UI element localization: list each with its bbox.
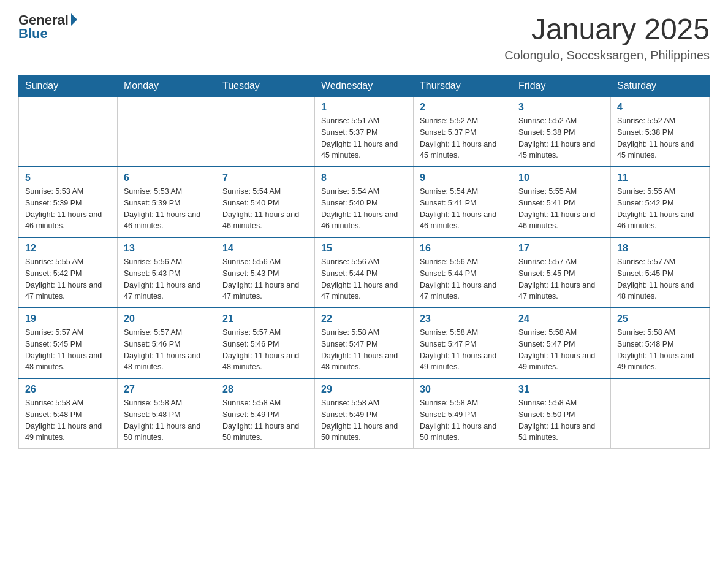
table-row: 25Sunrise: 5:58 AMSunset: 5:48 PMDayligh… — [611, 308, 710, 378]
table-row: 16Sunrise: 5:56 AMSunset: 5:44 PMDayligh… — [414, 237, 512, 308]
table-row: 18Sunrise: 5:57 AMSunset: 5:45 PMDayligh… — [611, 237, 710, 308]
table-row — [19, 97, 118, 167]
header-monday: Monday — [118, 75, 216, 97]
table-row: 20Sunrise: 5:57 AMSunset: 5:46 PMDayligh… — [118, 308, 216, 378]
day-number: 27 — [124, 384, 210, 395]
table-row: 7Sunrise: 5:54 AMSunset: 5:40 PMDaylight… — [216, 167, 315, 237]
day-info: Sunrise: 5:56 AMSunset: 5:43 PMDaylight:… — [124, 256, 210, 302]
day-info: Sunrise: 5:58 AMSunset: 5:47 PMDaylight:… — [420, 327, 506, 373]
day-number: 9 — [420, 172, 506, 183]
table-row: 19Sunrise: 5:57 AMSunset: 5:45 PMDayligh… — [19, 308, 118, 378]
calendar-week-row: 12Sunrise: 5:55 AMSunset: 5:42 PMDayligh… — [19, 237, 710, 308]
day-info: Sunrise: 5:56 AMSunset: 5:44 PMDaylight:… — [321, 256, 407, 302]
header-thursday: Thursday — [414, 75, 512, 97]
day-number: 26 — [25, 384, 111, 395]
calendar-title: January 2025 — [504, 12, 710, 46]
title-section: January 2025 Colongulo, Soccsksargen, Ph… — [504, 12, 710, 63]
day-number: 17 — [518, 243, 604, 254]
table-row: 27Sunrise: 5:58 AMSunset: 5:48 PMDayligh… — [118, 378, 216, 449]
day-info: Sunrise: 5:55 AMSunset: 5:42 PMDaylight:… — [25, 256, 111, 302]
day-info: Sunrise: 5:58 AMSunset: 5:47 PMDaylight:… — [321, 327, 407, 373]
day-info: Sunrise: 5:57 AMSunset: 5:46 PMDaylight:… — [222, 327, 308, 373]
day-number: 6 — [124, 172, 210, 183]
table-row: 3Sunrise: 5:52 AMSunset: 5:38 PMDaylight… — [512, 97, 611, 167]
table-row: 17Sunrise: 5:57 AMSunset: 5:45 PMDayligh… — [512, 237, 611, 308]
calendar-header-row: Sunday Monday Tuesday Wednesday Thursday… — [19, 75, 710, 97]
table-row: 29Sunrise: 5:58 AMSunset: 5:49 PMDayligh… — [315, 378, 414, 449]
table-row: 21Sunrise: 5:57 AMSunset: 5:46 PMDayligh… — [216, 308, 315, 378]
table-row: 5Sunrise: 5:53 AMSunset: 5:39 PMDaylight… — [19, 167, 118, 237]
logo-blue-text: Blue — [18, 26, 48, 42]
page-header: General Blue January 2025 Colongulo, Soc… — [18, 12, 710, 63]
day-number: 30 — [420, 384, 506, 395]
table-row: 28Sunrise: 5:58 AMSunset: 5:49 PMDayligh… — [216, 378, 315, 449]
day-info: Sunrise: 5:58 AMSunset: 5:49 PMDaylight:… — [222, 397, 308, 443]
table-row: 9Sunrise: 5:54 AMSunset: 5:41 PMDaylight… — [414, 167, 512, 237]
table-row: 4Sunrise: 5:52 AMSunset: 5:38 PMDaylight… — [611, 97, 710, 167]
day-info: Sunrise: 5:58 AMSunset: 5:49 PMDaylight:… — [321, 397, 407, 443]
day-number: 20 — [124, 313, 210, 324]
day-info: Sunrise: 5:54 AMSunset: 5:40 PMDaylight:… — [222, 186, 308, 232]
calendar-week-row: 5Sunrise: 5:53 AMSunset: 5:39 PMDaylight… — [19, 167, 710, 237]
day-number: 7 — [222, 172, 308, 183]
calendar-subtitle: Colongulo, Soccsksargen, Philippines — [504, 48, 710, 63]
day-info: Sunrise: 5:52 AMSunset: 5:38 PMDaylight:… — [617, 115, 703, 161]
day-info: Sunrise: 5:51 AMSunset: 5:37 PMDaylight:… — [321, 115, 407, 161]
day-info: Sunrise: 5:57 AMSunset: 5:45 PMDaylight:… — [25, 327, 111, 373]
day-number: 2 — [420, 102, 506, 113]
table-row: 14Sunrise: 5:56 AMSunset: 5:43 PMDayligh… — [216, 237, 315, 308]
day-info: Sunrise: 5:53 AMSunset: 5:39 PMDaylight:… — [25, 186, 111, 232]
day-number: 8 — [321, 172, 407, 183]
table-row: 26Sunrise: 5:58 AMSunset: 5:48 PMDayligh… — [19, 378, 118, 449]
table-row: 13Sunrise: 5:56 AMSunset: 5:43 PMDayligh… — [118, 237, 216, 308]
table-row: 12Sunrise: 5:55 AMSunset: 5:42 PMDayligh… — [19, 237, 118, 308]
day-number: 15 — [321, 243, 407, 254]
day-number: 19 — [25, 313, 111, 324]
table-row: 10Sunrise: 5:55 AMSunset: 5:41 PMDayligh… — [512, 167, 611, 237]
day-number: 14 — [222, 243, 308, 254]
day-info: Sunrise: 5:58 AMSunset: 5:48 PMDaylight:… — [617, 327, 703, 373]
day-info: Sunrise: 5:52 AMSunset: 5:38 PMDaylight:… — [518, 115, 604, 161]
day-number: 22 — [321, 313, 407, 324]
table-row: 24Sunrise: 5:58 AMSunset: 5:47 PMDayligh… — [512, 308, 611, 378]
day-number: 23 — [420, 313, 506, 324]
day-info: Sunrise: 5:58 AMSunset: 5:48 PMDaylight:… — [124, 397, 210, 443]
table-row — [611, 378, 710, 449]
table-row: 22Sunrise: 5:58 AMSunset: 5:47 PMDayligh… — [315, 308, 414, 378]
day-number: 31 — [518, 384, 604, 395]
header-saturday: Saturday — [611, 75, 710, 97]
day-info: Sunrise: 5:53 AMSunset: 5:39 PMDaylight:… — [124, 186, 210, 232]
table-row: 23Sunrise: 5:58 AMSunset: 5:47 PMDayligh… — [414, 308, 512, 378]
calendar-week-row: 26Sunrise: 5:58 AMSunset: 5:48 PMDayligh… — [19, 378, 710, 449]
day-number: 21 — [222, 313, 308, 324]
day-info: Sunrise: 5:57 AMSunset: 5:45 PMDaylight:… — [518, 256, 604, 302]
day-number: 18 — [617, 243, 703, 254]
day-number: 11 — [617, 172, 703, 183]
table-row: 30Sunrise: 5:58 AMSunset: 5:49 PMDayligh… — [414, 378, 512, 449]
day-number: 13 — [124, 243, 210, 254]
day-number: 24 — [518, 313, 604, 324]
day-number: 10 — [518, 172, 604, 183]
day-number: 1 — [321, 102, 407, 113]
table-row: 15Sunrise: 5:56 AMSunset: 5:44 PMDayligh… — [315, 237, 414, 308]
day-info: Sunrise: 5:56 AMSunset: 5:43 PMDaylight:… — [222, 256, 308, 302]
day-info: Sunrise: 5:58 AMSunset: 5:48 PMDaylight:… — [25, 397, 111, 443]
day-number: 28 — [222, 384, 308, 395]
table-row: 1Sunrise: 5:51 AMSunset: 5:37 PMDaylight… — [315, 97, 414, 167]
logo: General Blue — [18, 12, 77, 42]
logo-arrow-icon — [71, 13, 77, 26]
day-info: Sunrise: 5:56 AMSunset: 5:44 PMDaylight:… — [420, 256, 506, 302]
day-info: Sunrise: 5:54 AMSunset: 5:40 PMDaylight:… — [321, 186, 407, 232]
day-info: Sunrise: 5:57 AMSunset: 5:46 PMDaylight:… — [124, 327, 210, 373]
table-row: 2Sunrise: 5:52 AMSunset: 5:37 PMDaylight… — [414, 97, 512, 167]
day-info: Sunrise: 5:54 AMSunset: 5:41 PMDaylight:… — [420, 186, 506, 232]
day-number: 3 — [518, 102, 604, 113]
header-wednesday: Wednesday — [315, 75, 414, 97]
day-number: 12 — [25, 243, 111, 254]
header-friday: Friday — [512, 75, 611, 97]
day-info: Sunrise: 5:58 AMSunset: 5:47 PMDaylight:… — [518, 327, 604, 373]
day-info: Sunrise: 5:55 AMSunset: 5:41 PMDaylight:… — [518, 186, 604, 232]
calendar-week-row: 19Sunrise: 5:57 AMSunset: 5:45 PMDayligh… — [19, 308, 710, 378]
day-number: 29 — [321, 384, 407, 395]
table-row — [118, 97, 216, 167]
